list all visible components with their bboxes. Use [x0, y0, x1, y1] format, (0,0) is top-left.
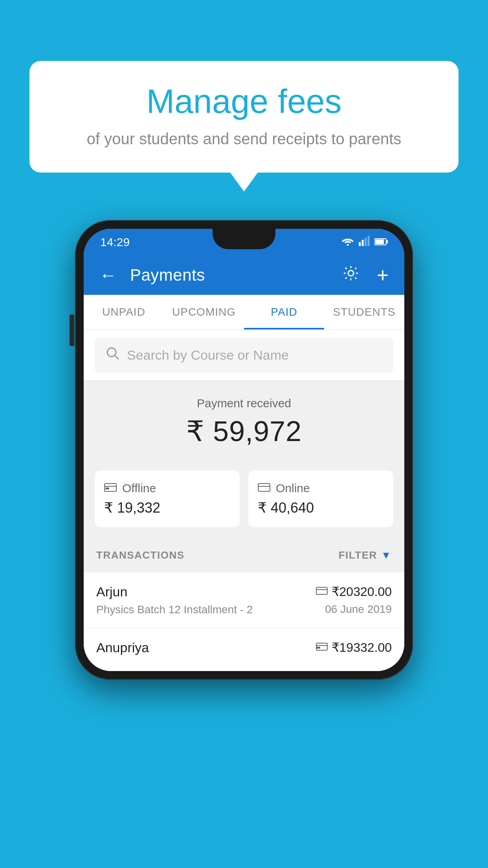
speech-bubble-container: Manage fees of your students and send re…: [29, 61, 459, 173]
search-bar[interactable]: Search by Course or Name: [95, 338, 393, 373]
add-button[interactable]: +: [373, 261, 393, 289]
svg-rect-16: [316, 587, 327, 594]
phone-container: 14:29: [75, 220, 413, 680]
svg-point-0: [347, 244, 349, 246]
transaction-amount-row: ₹19332.00: [316, 640, 392, 655]
online-payment-icon: [316, 586, 328, 597]
transactions-label: TRANSACTIONS: [96, 549, 185, 561]
search-input-placeholder: Search by Course or Name: [127, 348, 289, 363]
transaction-date: 06 June 2019: [325, 603, 392, 616]
svg-point-8: [348, 270, 354, 276]
tabs-container: UNPAID UPCOMING PAID STUDENTS: [84, 295, 404, 330]
settings-button[interactable]: [338, 261, 363, 290]
online-label: Online: [276, 482, 310, 495]
tab-paid[interactable]: PAID: [244, 295, 324, 329]
offline-icon: [104, 482, 117, 495]
offline-label: Offline: [122, 482, 156, 495]
search-icon: [106, 346, 120, 364]
svg-rect-3: [365, 238, 367, 246]
payment-total-amount: ₹ 59,972: [95, 415, 393, 448]
transaction-left: Arjun Physics Batch 12 Installment - 2: [96, 584, 253, 616]
svg-rect-2: [362, 240, 364, 246]
transaction-detail: Physics Batch 12 Installment - 2: [96, 603, 253, 616]
tab-students[interactable]: STUDENTS: [324, 295, 404, 329]
bubble-subtitle: of your students and send receipts to pa…: [57, 129, 431, 149]
online-icon: [258, 482, 270, 495]
speech-bubble: Manage fees of your students and send re…: [29, 61, 459, 173]
phone-screen: 14:29: [84, 229, 404, 671]
online-amount: ₹ 40,640: [258, 500, 384, 516]
filter-label: FILTER: [339, 549, 377, 561]
signal-icon: [359, 236, 370, 249]
svg-rect-13: [106, 488, 109, 489]
bubble-title: Manage fees: [57, 83, 431, 120]
phone-notch: [213, 229, 275, 249]
tab-unpaid[interactable]: UNPAID: [84, 295, 164, 329]
transaction-amount-row: ₹20320.00: [316, 584, 392, 599]
offline-amount: ₹ 19,332: [104, 500, 230, 516]
transaction-amount: ₹19332.00: [332, 640, 392, 655]
payment-cards: Offline ₹ 19,332 Online ₹ 4: [84, 462, 404, 538]
svg-rect-20: [317, 647, 320, 648]
transaction-right: ₹19332.00: [316, 640, 392, 655]
svg-rect-6: [386, 240, 388, 243]
app-bar: ← Payments +: [84, 256, 404, 295]
back-button[interactable]: ←: [95, 261, 121, 289]
transactions-list: Arjun Physics Batch 12 Installment - 2: [84, 572, 404, 671]
filter-icon: ▼: [381, 549, 392, 561]
transaction-name: Arjun: [96, 584, 253, 600]
table-row[interactable]: Anupriya ₹19332.00: [84, 628, 404, 671]
wifi-icon: [341, 236, 354, 248]
tab-upcoming[interactable]: UPCOMING: [164, 295, 244, 329]
status-icons: [341, 236, 388, 249]
transaction-name: Anupriya: [96, 640, 149, 655]
battery-icon: [374, 236, 388, 248]
svg-rect-1: [359, 242, 361, 246]
online-card: Online ₹ 40,640: [248, 471, 393, 527]
payment-summary: Payment received ₹ 59,972: [84, 381, 404, 462]
payment-received-label: Payment received: [95, 397, 393, 410]
svg-rect-14: [258, 484, 270, 491]
table-row[interactable]: Arjun Physics Batch 12 Installment - 2: [84, 572, 404, 628]
phone-frame: 14:29: [75, 220, 413, 680]
app-title: Payments: [130, 266, 329, 285]
filter-button[interactable]: FILTER ▼: [339, 549, 392, 561]
svg-line-10: [115, 355, 119, 359]
svg-rect-7: [375, 239, 384, 244]
search-container: Search by Course or Name: [84, 330, 404, 381]
offline-card: Offline ₹ 19,332: [95, 471, 240, 527]
transaction-right: ₹20320.00 06 June 2019: [316, 584, 392, 616]
offline-payment-icon: [316, 642, 328, 653]
svg-point-9: [107, 348, 116, 357]
status-time: 14:29: [100, 235, 130, 249]
svg-rect-4: [368, 236, 370, 246]
transaction-amount: ₹20320.00: [332, 584, 392, 599]
transactions-header: TRANSACTIONS FILTER ▼: [84, 538, 404, 572]
transaction-left: Anupriya: [96, 640, 149, 659]
